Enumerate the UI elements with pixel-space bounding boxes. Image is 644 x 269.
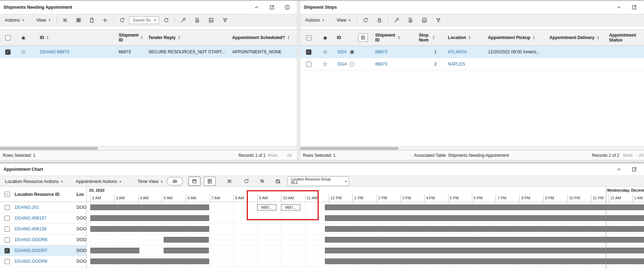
sort-icon[interactable]: ▴▾ bbox=[433, 36, 434, 40]
stop-details-toggle-button[interactable] bbox=[358, 33, 368, 42]
favorite-star-icon[interactable]: ☆ bbox=[323, 61, 327, 67]
row-checkbox[interactable] bbox=[5, 216, 10, 221]
resource-id-link[interactable]: DGANO.201 bbox=[15, 205, 39, 210]
filter-funnel-icon[interactable] bbox=[435, 17, 442, 24]
location-link[interactable]: ATLANTA bbox=[448, 49, 467, 54]
scrollbar-thumb[interactable] bbox=[300, 147, 399, 150]
horizontal-scrollbar[interactable] bbox=[0, 146, 297, 150]
resource-row[interactable]: ✓ DGANO.DOOR7 DOO bbox=[0, 245, 86, 256]
sort-icon[interactable]: ▴▾ bbox=[597, 36, 599, 40]
calendar-icon[interactable] bbox=[274, 178, 281, 185]
find-binoculars-button[interactable] bbox=[167, 177, 183, 185]
refresh-icon[interactable] bbox=[163, 17, 170, 24]
collapse-panel-button[interactable] bbox=[615, 166, 622, 173]
chart-icon[interactable] bbox=[208, 17, 215, 24]
reset-icon[interactable] bbox=[119, 17, 126, 24]
resource-id-link[interactable]: DGANO.DOOR8 bbox=[15, 259, 47, 264]
row-checkbox[interactable] bbox=[5, 237, 10, 243]
actions-menu-button[interactable]: Actions▾ bbox=[3, 16, 25, 24]
open-in-new-button[interactable] bbox=[631, 4, 638, 11]
resource-row[interactable]: DGANO.201 DOO bbox=[0, 202, 86, 213]
favorite-star-icon[interactable]: ☆ bbox=[323, 49, 327, 55]
new-document-icon[interactable] bbox=[88, 17, 95, 24]
location-resource-actions-menu[interactable]: Location Resource Actions▾ bbox=[3, 177, 64, 185]
row-checkbox[interactable]: ✓ bbox=[5, 49, 10, 55]
lock-icon[interactable] bbox=[376, 17, 383, 24]
gantt-row[interactable] bbox=[87, 224, 644, 235]
select-all-checkbox[interactable]: – bbox=[5, 192, 10, 197]
filter-funnel-icon[interactable] bbox=[222, 17, 229, 24]
stop-row[interactable]: ☆ DGA 66873 2 NAPLES bbox=[300, 58, 644, 70]
gantt-view-button[interactable] bbox=[188, 177, 200, 186]
gantt-row[interactable]: 6687...6687... bbox=[87, 202, 644, 213]
sort-icon[interactable]: ▴▾ bbox=[288, 36, 289, 40]
gantt-row[interactable] bbox=[87, 213, 644, 224]
shipment-row[interactable]: ✓ ☆ DGANO.66873 66873 SECURE RESOURCES_N… bbox=[0, 46, 297, 58]
shipment-id-link[interactable]: DGANO.66873 bbox=[40, 49, 69, 54]
sort-icon[interactable]: ▴▾ bbox=[533, 36, 535, 40]
row-checkbox[interactable]: ✓ bbox=[5, 248, 10, 253]
tools-wrench-icon[interactable] bbox=[180, 17, 187, 24]
resource-id-link[interactable]: DGANO.456138 bbox=[15, 226, 46, 231]
list-view-button[interactable] bbox=[204, 177, 216, 186]
actions-menu-button[interactable]: Actions▾ bbox=[304, 16, 325, 24]
all-link[interactable]: All bbox=[639, 153, 643, 158]
all-link[interactable]: All bbox=[287, 153, 291, 158]
more-link[interactable]: More bbox=[623, 153, 632, 158]
select-all-checkbox[interactable]: – bbox=[306, 35, 311, 40]
info-button[interactable] bbox=[284, 4, 291, 11]
resource-row[interactable]: DGANO.DOOR6 DOO bbox=[0, 235, 86, 245]
scrollbar-thumb[interactable] bbox=[0, 147, 98, 150]
favorites-column-icon[interactable]: ★ bbox=[323, 35, 327, 40]
add-icon[interactable] bbox=[102, 17, 109, 24]
chart-icon[interactable] bbox=[421, 17, 428, 24]
stop-select-radio[interactable] bbox=[350, 50, 354, 54]
export-icon[interactable] bbox=[407, 17, 414, 24]
saved-search-dropdown[interactable]: Saved Se▾ bbox=[129, 16, 160, 24]
stop-row[interactable]: ✓ ☆ DGA 66873 1 ATLANTA 12/20/2022 09:00… bbox=[300, 46, 644, 58]
resource-row[interactable]: DGANO.456138 DOO bbox=[0, 224, 86, 235]
open-in-new-button[interactable] bbox=[631, 166, 638, 173]
export-icon[interactable] bbox=[194, 17, 201, 24]
panel-splitter-horizontal[interactable] bbox=[0, 160, 644, 163]
resource-row[interactable]: DGANO.456137 DOO bbox=[0, 213, 86, 224]
row-checkbox[interactable] bbox=[306, 62, 311, 67]
favorites-column-icon[interactable]: ★ bbox=[21, 35, 25, 40]
resource-row[interactable]: DGANO.DOOR8 DOO bbox=[0, 256, 86, 267]
appointment-block[interactable]: 6687... bbox=[281, 204, 300, 210]
location-link[interactable]: NAPLES bbox=[448, 62, 465, 67]
resource-id-link[interactable]: DGANO.DOOR6 bbox=[15, 237, 47, 242]
rows-icon[interactable] bbox=[226, 178, 233, 185]
column-filter-icon[interactable] bbox=[62, 17, 69, 24]
gantt-row[interactable] bbox=[87, 235, 644, 245]
gantt-row[interactable] bbox=[87, 256, 644, 267]
row-checkbox[interactable] bbox=[5, 205, 10, 210]
resource-id-link[interactable]: DGANO.DOOR7 bbox=[15, 248, 47, 253]
select-all-checkbox[interactable] bbox=[5, 35, 10, 40]
more-link[interactable]: More bbox=[268, 153, 277, 158]
resource-id-link[interactable]: DGANO.456137 bbox=[15, 216, 46, 221]
horizontal-scrollbar[interactable] bbox=[300, 146, 644, 150]
view-menu-button[interactable]: View▾ bbox=[35, 16, 51, 24]
shipment-id-link[interactable]: 66873 bbox=[375, 49, 387, 54]
sort-icon[interactable]: ▴▾ bbox=[398, 36, 400, 40]
open-in-new-button[interactable] bbox=[268, 4, 275, 11]
tools-wrench-icon[interactable] bbox=[393, 17, 400, 24]
collapse-panel-button[interactable] bbox=[615, 4, 622, 11]
refresh-icon[interactable] bbox=[243, 178, 250, 185]
collapse-panel-button[interactable] bbox=[253, 4, 260, 11]
favorite-star-icon[interactable]: ☆ bbox=[21, 49, 26, 55]
row-checkbox[interactable] bbox=[5, 259, 10, 264]
resource-settings-icon[interactable] bbox=[259, 178, 266, 185]
refresh-icon[interactable] bbox=[362, 17, 369, 24]
sort-icon[interactable]: ▴▾ bbox=[469, 36, 470, 40]
gantt-row[interactable] bbox=[87, 245, 644, 256]
sort-icon[interactable]: ▴▾ bbox=[178, 36, 180, 40]
panel-splitter-vertical[interactable] bbox=[297, 0, 300, 160]
row-checkbox[interactable] bbox=[5, 226, 10, 232]
time-view-menu[interactable]: Time View▾ bbox=[136, 177, 164, 185]
appointment-actions-menu[interactable]: Appointment Actions▾ bbox=[74, 177, 123, 185]
view-menu-button[interactable]: View▾ bbox=[335, 16, 351, 24]
stop-id-link[interactable]: DGA bbox=[338, 49, 347, 54]
sort-icon[interactable]: ▴▾ bbox=[141, 36, 142, 40]
